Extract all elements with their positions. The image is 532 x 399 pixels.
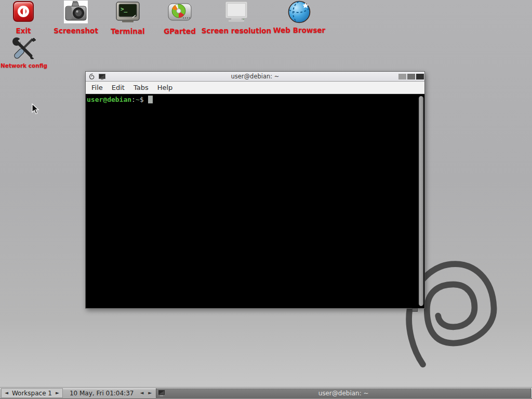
workspace-pager[interactable]: ◄ Workspace 1 ► — [1, 388, 63, 398]
scrollbar-thumb[interactable] — [419, 96, 423, 306]
window-title: user@debian: ~ — [231, 73, 280, 80]
taskbar-clock: 10 May, Fri 01:04:37 — [70, 390, 134, 397]
camera-icon — [64, 1, 88, 23]
shell-prompt: user@debian:~$ — [87, 96, 153, 103]
tasklist-next-icon[interactable]: ► — [148, 391, 152, 395]
terminal-cursor — [148, 96, 153, 103]
desktop-icon-web-browser[interactable]: Web Browser — [287, 0, 311, 24]
terminal-menubar: File Edit Tabs Help — [86, 82, 424, 94]
prompt-path: ~ — [136, 96, 140, 103]
window-resize-grip[interactable] — [412, 308, 418, 312]
desktop-icon-label: Network config — [1, 62, 47, 69]
workspace-next-icon[interactable]: ► — [56, 391, 59, 395]
task-terminal-icon — [158, 390, 165, 396]
menu-file[interactable]: File — [91, 84, 103, 91]
desktop-icon-screen-resolution[interactable]: Screen resolution — [224, 1, 248, 23]
globe-icon — [287, 0, 311, 24]
terminal-scrollbar[interactable] — [419, 96, 423, 306]
taskbar: ◄ Workspace 1 ► 10 May, Fri 01:04:37 ◄ ►… — [0, 387, 532, 399]
menu-help[interactable]: Help — [157, 84, 173, 91]
terminal-screen[interactable]: user@debian:~$ — [86, 94, 424, 308]
disk-partition-icon — [168, 2, 192, 22]
task-button-terminal[interactable]: user@debian: ~ — [156, 388, 531, 398]
desktop-icon-label: Screenshot — [54, 26, 98, 35]
desktop-icon-label: Web Browser — [273, 26, 325, 34]
svg-text:>_: >_ — [121, 6, 128, 12]
desktop-icon-gparted[interactable]: GParted — [168, 2, 192, 22]
desktop-icon-exit[interactable]: Exit — [13, 1, 34, 22]
minimize-button[interactable] — [398, 74, 406, 79]
monitor-icon — [224, 1, 248, 23]
desktop-icon-label: Exit — [16, 26, 31, 35]
tools-icon — [10, 37, 38, 60]
desktop-icon-terminal[interactable]: >_ Terminal — [115, 2, 140, 23]
mouse-pointer — [32, 103, 40, 115]
desktop: { "desktop": { "icons": [ { "label": "Ex… — [0, 0, 532, 399]
window-app-icon — [99, 74, 105, 80]
prompt-user-host: user@debian — [87, 96, 131, 103]
desktop-icon-network-config[interactable]: Network config — [10, 37, 38, 60]
close-button[interactable] — [416, 74, 424, 79]
desktop-icon-label: GParted — [164, 27, 196, 35]
tasklist-prev-icon[interactable]: ◄ — [140, 391, 143, 395]
task-button-title: user@debian: ~ — [318, 390, 369, 397]
terminal-window: user@debian: ~ File Edit Tabs Help user@… — [85, 71, 425, 309]
menu-edit[interactable]: Edit — [112, 84, 125, 91]
desktop-icon-screenshot[interactable]: Screenshot — [64, 1, 88, 23]
window-titlebar[interactable]: user@debian: ~ — [86, 72, 424, 82]
prompt-dollar: $ — [140, 96, 144, 103]
power-icon — [13, 1, 34, 22]
maximize-button[interactable] — [407, 74, 415, 79]
crt-terminal-icon: >_ — [115, 2, 140, 23]
desktop-icon-label: Screen resolution — [202, 26, 271, 35]
workspace-label: Workspace 1 — [12, 390, 52, 397]
desktop-icon-label: Terminal — [111, 27, 144, 35]
prompt-colon: : — [131, 96, 136, 103]
menu-tabs[interactable]: Tabs — [134, 84, 149, 91]
workspace-prev-icon[interactable]: ◄ — [5, 391, 8, 395]
window-menu-swirl-icon[interactable] — [89, 73, 95, 80]
